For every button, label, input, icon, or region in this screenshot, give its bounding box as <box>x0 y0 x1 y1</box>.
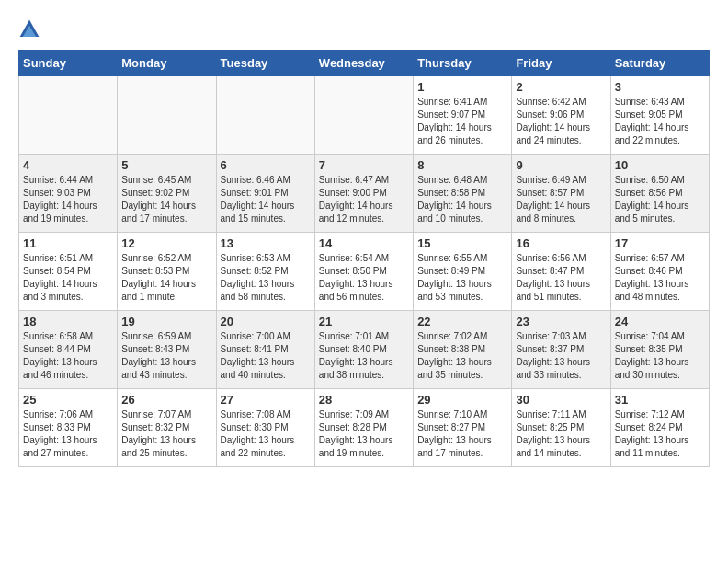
day-cell: 10Sunrise: 6:50 AM Sunset: 8:56 PM Dayli… <box>610 155 709 233</box>
day-cell: 11Sunrise: 6:51 AM Sunset: 8:54 PM Dayli… <box>19 233 118 311</box>
day-cell <box>314 76 413 155</box>
day-cell: 27Sunrise: 7:08 AM Sunset: 8:30 PM Dayli… <box>216 389 314 467</box>
day-info: Sunrise: 6:55 AM Sunset: 8:49 PM Dayligh… <box>417 252 507 304</box>
day-info: Sunrise: 6:45 AM Sunset: 9:02 PM Dayligh… <box>121 174 211 225</box>
day-number: 23 <box>516 315 606 328</box>
day-cell: 3Sunrise: 6:43 AM Sunset: 9:05 PM Daylig… <box>610 76 709 155</box>
day-info: Sunrise: 6:53 AM Sunset: 8:52 PM Dayligh… <box>221 252 311 304</box>
day-number: 14 <box>319 236 409 250</box>
day-number: 2 <box>516 80 606 94</box>
day-info: Sunrise: 7:12 AM Sunset: 8:24 PM Dayligh… <box>615 408 705 460</box>
day-number: 1 <box>417 80 507 94</box>
calendar-table: SundayMondayTuesdayWednesdayThursdayFrid… <box>18 50 710 467</box>
week-row-1: 1Sunrise: 6:41 AM Sunset: 9:07 PM Daylig… <box>19 76 710 155</box>
day-info: Sunrise: 6:47 AM Sunset: 9:00 PM Dayligh… <box>319 174 409 225</box>
week-row-3: 11Sunrise: 6:51 AM Sunset: 8:54 PM Dayli… <box>19 233 710 311</box>
day-info: Sunrise: 6:51 AM Sunset: 8:54 PM Dayligh… <box>23 252 113 304</box>
day-number: 9 <box>516 158 606 172</box>
day-info: Sunrise: 6:43 AM Sunset: 9:05 PM Dayligh… <box>615 96 705 147</box>
day-number: 12 <box>121 236 211 250</box>
day-number: 26 <box>121 393 211 407</box>
day-info: Sunrise: 7:11 AM Sunset: 8:25 PM Dayligh… <box>516 408 606 460</box>
weekday-header-row: SundayMondayTuesdayWednesdayThursdayFrid… <box>19 51 710 76</box>
day-info: Sunrise: 6:52 AM Sunset: 8:53 PM Dayligh… <box>121 252 211 304</box>
week-row-2: 4Sunrise: 6:44 AM Sunset: 9:03 PM Daylig… <box>19 155 710 233</box>
logo <box>18 18 44 40</box>
day-number: 20 <box>221 315 311 328</box>
day-cell: 17Sunrise: 6:57 AM Sunset: 8:46 PM Dayli… <box>610 233 709 311</box>
day-number: 4 <box>23 158 113 172</box>
day-info: Sunrise: 7:01 AM Sunset: 8:40 PM Dayligh… <box>319 330 409 382</box>
day-cell: 1Sunrise: 6:41 AM Sunset: 9:07 PM Daylig… <box>414 76 512 155</box>
day-cell: 19Sunrise: 6:59 AM Sunset: 8:43 PM Dayli… <box>118 311 216 389</box>
day-cell: 22Sunrise: 7:02 AM Sunset: 8:38 PM Dayli… <box>414 311 512 389</box>
day-cell: 5Sunrise: 6:45 AM Sunset: 9:02 PM Daylig… <box>118 155 216 233</box>
day-cell: 31Sunrise: 7:12 AM Sunset: 8:24 PM Dayli… <box>610 389 709 467</box>
header <box>18 18 710 40</box>
day-cell: 21Sunrise: 7:01 AM Sunset: 8:40 PM Dayli… <box>314 311 413 389</box>
logo-icon <box>18 18 40 40</box>
day-number: 16 <box>516 236 606 250</box>
day-info: Sunrise: 6:57 AM Sunset: 8:46 PM Dayligh… <box>615 252 705 304</box>
day-number: 13 <box>221 236 311 250</box>
day-number: 22 <box>417 315 507 328</box>
weekday-wednesday: Wednesday <box>314 51 413 76</box>
weekday-saturday: Saturday <box>610 51 709 76</box>
weekday-sunday: Sunday <box>19 51 118 76</box>
day-info: Sunrise: 7:00 AM Sunset: 8:41 PM Dayligh… <box>221 330 311 382</box>
day-number: 11 <box>23 236 113 250</box>
day-number: 8 <box>417 158 507 172</box>
day-number: 10 <box>615 158 705 172</box>
day-cell: 16Sunrise: 6:56 AM Sunset: 8:47 PM Dayli… <box>512 233 610 311</box>
day-cell: 6Sunrise: 6:46 AM Sunset: 9:01 PM Daylig… <box>216 155 314 233</box>
day-number: 5 <box>121 158 211 172</box>
week-row-4: 18Sunrise: 6:58 AM Sunset: 8:44 PM Dayli… <box>19 311 710 389</box>
day-info: Sunrise: 7:03 AM Sunset: 8:37 PM Dayligh… <box>516 330 606 382</box>
day-info: Sunrise: 6:50 AM Sunset: 8:56 PM Dayligh… <box>615 174 705 225</box>
day-info: Sunrise: 7:04 AM Sunset: 8:35 PM Dayligh… <box>615 330 705 382</box>
day-cell <box>19 76 118 155</box>
day-number: 25 <box>23 393 113 407</box>
day-number: 21 <box>319 315 409 328</box>
week-row-5: 25Sunrise: 7:06 AM Sunset: 8:33 PM Dayli… <box>19 389 710 467</box>
weekday-monday: Monday <box>118 51 216 76</box>
day-number: 29 <box>417 393 507 407</box>
day-info: Sunrise: 6:54 AM Sunset: 8:50 PM Dayligh… <box>319 252 409 304</box>
day-cell <box>118 76 216 155</box>
day-number: 3 <box>615 80 705 94</box>
day-info: Sunrise: 6:56 AM Sunset: 8:47 PM Dayligh… <box>516 252 606 304</box>
day-info: Sunrise: 7:06 AM Sunset: 8:33 PM Dayligh… <box>23 408 113 460</box>
day-info: Sunrise: 6:58 AM Sunset: 8:44 PM Dayligh… <box>23 330 113 382</box>
day-cell: 4Sunrise: 6:44 AM Sunset: 9:03 PM Daylig… <box>19 155 118 233</box>
day-cell: 13Sunrise: 6:53 AM Sunset: 8:52 PM Dayli… <box>216 233 314 311</box>
day-number: 31 <box>615 393 705 407</box>
day-cell: 18Sunrise: 6:58 AM Sunset: 8:44 PM Dayli… <box>19 311 118 389</box>
day-number: 27 <box>221 393 311 407</box>
day-cell: 20Sunrise: 7:00 AM Sunset: 8:41 PM Dayli… <box>216 311 314 389</box>
day-number: 17 <box>615 236 705 250</box>
day-cell: 2Sunrise: 6:42 AM Sunset: 9:06 PM Daylig… <box>512 76 610 155</box>
day-number: 15 <box>417 236 507 250</box>
day-cell: 24Sunrise: 7:04 AM Sunset: 8:35 PM Dayli… <box>610 311 709 389</box>
weekday-thursday: Thursday <box>414 51 512 76</box>
day-cell: 7Sunrise: 6:47 AM Sunset: 9:00 PM Daylig… <box>314 155 413 233</box>
day-cell: 8Sunrise: 6:48 AM Sunset: 8:58 PM Daylig… <box>414 155 512 233</box>
day-info: Sunrise: 6:41 AM Sunset: 9:07 PM Dayligh… <box>417 96 507 147</box>
day-cell: 29Sunrise: 7:10 AM Sunset: 8:27 PM Dayli… <box>414 389 512 467</box>
day-info: Sunrise: 7:09 AM Sunset: 8:28 PM Dayligh… <box>319 408 409 460</box>
day-cell: 14Sunrise: 6:54 AM Sunset: 8:50 PM Dayli… <box>314 233 413 311</box>
day-number: 7 <box>319 158 409 172</box>
day-number: 24 <box>615 315 705 328</box>
weekday-friday: Friday <box>512 51 610 76</box>
day-info: Sunrise: 6:42 AM Sunset: 9:06 PM Dayligh… <box>516 96 606 147</box>
day-cell: 23Sunrise: 7:03 AM Sunset: 8:37 PM Dayli… <box>512 311 610 389</box>
day-cell: 30Sunrise: 7:11 AM Sunset: 8:25 PM Dayli… <box>512 389 610 467</box>
day-number: 19 <box>121 315 211 328</box>
day-info: Sunrise: 7:07 AM Sunset: 8:32 PM Dayligh… <box>121 408 211 460</box>
day-info: Sunrise: 7:02 AM Sunset: 8:38 PM Dayligh… <box>417 330 507 382</box>
day-number: 6 <box>221 158 311 172</box>
day-info: Sunrise: 6:49 AM Sunset: 8:57 PM Dayligh… <box>516 174 606 225</box>
day-cell: 26Sunrise: 7:07 AM Sunset: 8:32 PM Dayli… <box>118 389 216 467</box>
day-cell: 12Sunrise: 6:52 AM Sunset: 8:53 PM Dayli… <box>118 233 216 311</box>
day-cell <box>216 76 314 155</box>
